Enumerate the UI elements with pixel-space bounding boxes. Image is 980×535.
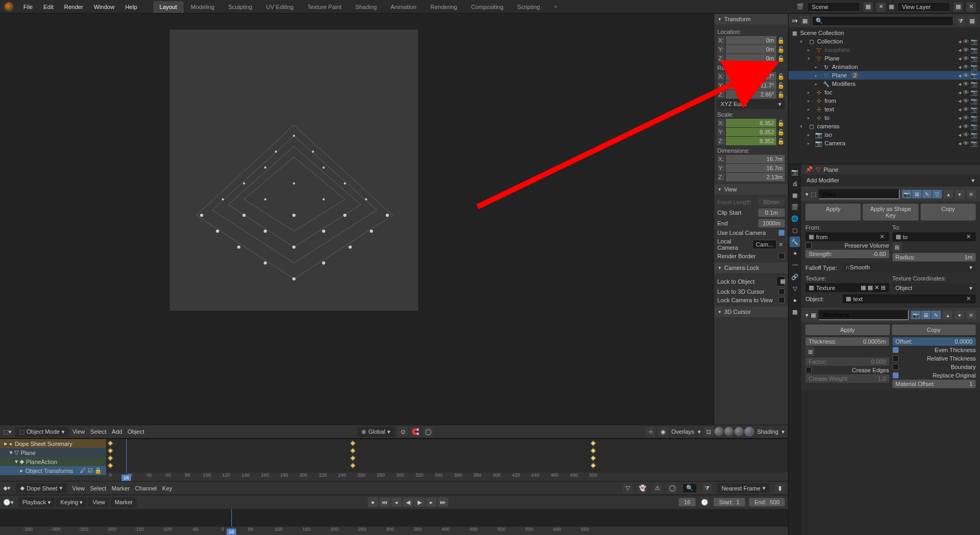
wireframe-modifier-header[interactable]: ▾▦ 📷 🖥 ✎ ▴ ▾ ✕ [801,308,980,322]
restrict-select-icon[interactable]: ◂ [958,72,961,79]
tab-constraints[interactable]: 🔗 [790,271,800,282]
disable-render-icon[interactable]: 📷 [970,47,978,54]
scale-z-field[interactable]: 8.352 [726,137,776,145]
dopesheet-object-row[interactable]: ▾ ▽Plane [0,448,106,457]
start-frame-field[interactable]: Start: 1 [714,498,745,506]
proportional-button[interactable]: ◯ [423,427,433,436]
current-frame-field[interactable]: 16 [679,498,696,506]
rotation-y-field[interactable]: -11.7° [726,81,776,90]
tab-material[interactable]: ● [790,295,800,305]
vertex-group-button[interactable]: ⊞ [892,242,902,252]
workspace-tab-scripting[interactable]: Scripting [511,1,547,13]
texture-field[interactable]: ▩Texture▦ ▦ ✕ ⊞ [805,283,889,292]
timeline-menu-playback[interactable]: Playback ▾ [18,497,55,507]
restrict-select-icon[interactable]: ◂ [958,89,961,96]
disable-render-icon[interactable]: 📷 [970,89,978,96]
thickness-field[interactable]: Thickness:0.0005m [805,337,889,346]
disable-render-icon[interactable]: 📷 [970,81,978,87]
hide-viewport-icon[interactable]: 👁 [963,106,969,113]
texcoord-dropdown[interactable]: Object▾ [892,283,976,293]
ds-markers-icon[interactable]: ▮ [775,484,785,493]
dopesheet-timeline[interactable]: 0204060801001201401601802002202402602803… [106,439,788,481]
falloff-dropdown[interactable]: ∩ Smooth▾ [843,262,976,273]
delete-modifier-button[interactable]: ✕ [966,311,976,319]
restrict-select-icon[interactable]: ◂ [958,123,961,130]
jump-start-button[interactable]: ⏮ [379,497,390,507]
timeline-menu-keying[interactable]: Keying ▾ [56,497,88,507]
viewport-visibility-icon[interactable]: 🖥 [921,311,931,319]
tab-render[interactable]: 📷 [790,166,800,177]
restrict-select-icon[interactable]: ◂ [958,115,961,121]
restrict-select-icon[interactable]: ◂ [958,64,961,71]
dopesheet-mode[interactable]: ◆Dope Sheet▾ [16,483,67,493]
ds-funnel-icon[interactable]: ⧩ [703,484,712,493]
menu-edit[interactable]: Edit [38,2,59,12]
from-object-field[interactable]: ▦from✕ [805,232,889,241]
lock-to-object-field[interactable]: ▦ [776,276,785,286]
render-visibility-icon[interactable]: 📷 [911,311,921,319]
viewlayer-name-field[interactable]: View Layer [897,2,950,12]
restrict-select-icon[interactable]: ◂ [958,131,961,138]
focal-length-field[interactable]: 50mm [758,198,785,206]
editor-type-icon[interactable]: ≡▾ [792,17,798,24]
xray-toggle[interactable]: ⊡ [704,427,714,436]
menu-file[interactable]: File [18,2,38,12]
hide-viewport-icon[interactable]: 👁 [963,123,969,130]
scale-x-field[interactable]: 8.352 [726,119,776,127]
workspace-tab-uv-editing[interactable]: UV Editing [259,1,300,13]
pin-icon[interactable]: 📌 [805,166,813,173]
local-camera-field[interactable]: Cam... [752,240,777,249]
scene-name-field[interactable]: Scene [807,2,860,12]
viewlayer-browse-button[interactable]: ▦ [953,2,963,12]
hide-viewport-icon[interactable]: 👁 [963,81,969,87]
editor-type-icon[interactable]: ⬚▾ [3,428,12,435]
hide-viewport-icon[interactable]: 👁 [963,47,969,54]
material-offset-field[interactable]: Material Offset:1 [892,380,976,388]
workspace-tab-animation[interactable]: Animation [384,1,423,13]
location-z-field[interactable]: 0m [726,54,776,63]
dopesheet-menu-view[interactable]: View [72,485,85,492]
outliner-item-plane[interactable]: ▾▽Plane◂👁📷 [788,54,980,63]
restrict-select-icon[interactable]: ◂ [958,55,961,62]
3d-cursor-header[interactable]: 3D Cursor [714,306,788,317]
3d-viewport[interactable] [0,14,714,425]
to-object-field[interactable]: ▦to✕ [892,232,976,241]
outliner-item-from[interactable]: ▸⊹from◂👁📷 [788,97,980,105]
rotation-mode-dropdown[interactable]: XYZ Euler▾ [717,99,785,109]
jump-end-button[interactable]: ⏭ [438,497,448,507]
dopesheet-menu-marker[interactable]: Marker [111,485,129,492]
frame-sync-dropdown[interactable]: Nearest Frame▾ [717,483,770,493]
lookdev-shading[interactable] [734,427,744,436]
editor-type-icon[interactable]: ◆▾ [3,485,11,492]
crease-edges-checkbox[interactable] [805,367,812,373]
end-frame-field[interactable]: End: 500 [749,498,785,506]
render-border-checkbox[interactable] [778,253,785,259]
timeline-track[interactable]: -350-300-250-200-150-100-500165010015020… [0,509,788,535]
use-local-camera-checkbox[interactable] [778,230,785,236]
cage-visibility-icon[interactable]: ▽ [932,190,942,198]
disable-render-icon[interactable]: 📷 [970,55,978,62]
keyframe-prev-button[interactable]: ◂ [391,497,402,507]
gizmo-toggle[interactable]: ⊹ [646,427,655,436]
workspace-tab-layout[interactable]: Layout [153,1,184,13]
restrict-select-icon[interactable]: ◂ [958,81,961,87]
outliner-search[interactable]: 🔍 [812,16,953,26]
disable-render-icon[interactable]: 📷 [970,140,978,147]
overlays-label[interactable]: Overlays [671,428,694,435]
tab-texture[interactable]: ▩ [790,306,800,317]
clip-start-field[interactable]: 0.1m [758,208,785,217]
factor-field[interactable]: Factor:0.000 [805,357,889,366]
viewport-menu-select[interactable]: Select [90,428,107,435]
tab-scene[interactable]: 🎬 [790,201,800,212]
restrict-select-icon[interactable]: ◂ [958,38,961,45]
scene-collection-row[interactable]: ▦Scene Collection [788,29,980,37]
hide-viewport-icon[interactable]: 👁 [963,140,969,147]
rendered-shading[interactable] [744,427,754,436]
crease-weight-field[interactable]: Crease Weight:1.0 [805,374,889,383]
viewport-menu-add[interactable]: Add [112,428,123,435]
scene-delete-button[interactable]: ✕ [876,2,886,12]
camera-lock-header[interactable]: Camera Lock [714,262,788,273]
edit-mode-visibility-icon[interactable]: ✎ [931,311,941,319]
wireframe-name-field[interactable] [818,310,909,320]
tab-particles[interactable]: ✦ [790,248,800,259]
